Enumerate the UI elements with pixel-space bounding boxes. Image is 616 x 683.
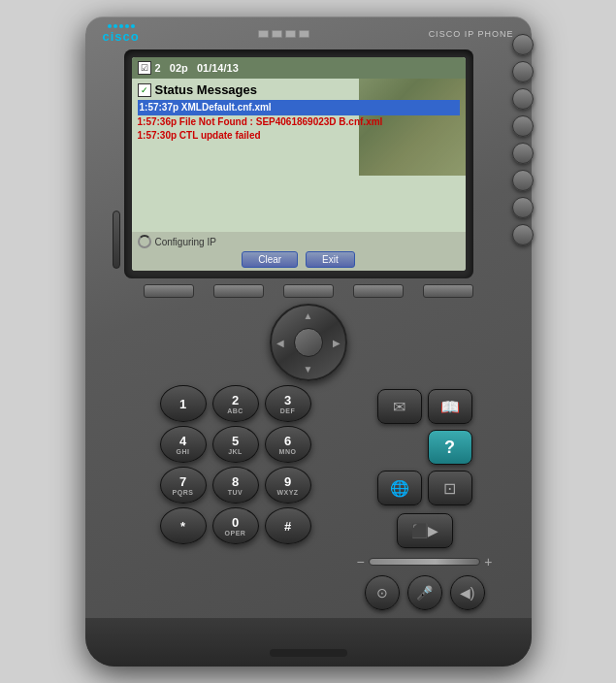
softkey-tab-5[interactable]	[423, 284, 473, 298]
right-row-3: 🌐 ⊡	[377, 471, 472, 505]
mute-button[interactable]: 🎤	[407, 575, 442, 610]
right-softkeys	[512, 34, 534, 245]
keypad-row-3: 7 PQRS 8 TUV 9 WXYZ	[124, 467, 347, 504]
status-msg-2: 1:57:36p File Not Found : SEP4061869023D…	[138, 115, 460, 129]
win-btn-3[interactable]	[285, 30, 296, 38]
screen-header: ☑ 2 02p 01/14/13	[132, 57, 466, 79]
softkey-6[interactable]	[512, 170, 534, 191]
nav-ring-area: ▲ ▼ ◀ ▶	[134, 304, 483, 381]
softkey-tab-1[interactable]	[144, 284, 194, 298]
key-7[interactable]: 7 PQRS	[160, 467, 207, 504]
cisco-text: cisco	[103, 29, 140, 44]
softkey-8[interactable]	[512, 224, 534, 245]
help-button[interactable]: ?	[428, 430, 472, 465]
video-button[interactable]: ⬛▶	[397, 513, 453, 548]
softkey-tab-2[interactable]	[213, 284, 264, 298]
softkey-7[interactable]	[512, 197, 534, 218]
dot1	[108, 24, 112, 28]
screen: ☑ 2 02p 01/14/13	[132, 57, 466, 271]
speaker-button[interactable]: ◀)	[450, 575, 485, 610]
key-star[interactable]: *	[160, 507, 207, 544]
key-1[interactable]: 1	[160, 385, 207, 422]
nav-ring[interactable]: ▲ ▼ ◀ ▶	[270, 304, 347, 381]
phone-device: cisco CISCO IP PHONE ☑ 2	[85, 16, 532, 667]
phone-brand: CISCO IP PHONE	[429, 29, 514, 39]
volume-plus[interactable]: +	[484, 554, 492, 569]
screen-status-text: Configuring IP	[155, 237, 216, 247]
key-2[interactable]: 2 ABC	[212, 385, 259, 422]
status-msg-3: 1:57:30p CTL update failed	[138, 129, 460, 143]
screen-header-left: ☑ 2 02p 01/14/13	[138, 61, 239, 75]
keypad-row-1: 1 2 ABC 3 DEF	[124, 385, 347, 422]
phone-bottom-base	[85, 618, 532, 667]
keypad-row-4: * 0 OPER #	[124, 507, 347, 544]
softkey-tab-4[interactable]	[353, 284, 404, 298]
win-btn-1[interactable]	[258, 30, 269, 38]
softkey-4[interactable]	[512, 115, 534, 137]
exit-button[interactable]: Exit	[306, 251, 355, 268]
spinner-icon	[138, 235, 151, 248]
screen-bezel: ☑ 2 02p 01/14/13	[124, 49, 473, 278]
softkey-2[interactable]	[512, 61, 534, 82]
key-8[interactable]: 8 TUV	[212, 467, 259, 504]
status-title-row: ✓ Status Messages	[138, 82, 460, 97]
volume-row: − +	[357, 554, 493, 569]
softkey-tab-3[interactable]	[283, 284, 334, 298]
status-messages-area: ✓ Status Messages 1:57:37p XMLDefault.cn…	[132, 79, 466, 146]
handset-cradle	[270, 649, 347, 657]
key-9[interactable]: 9 WXYZ	[265, 467, 311, 504]
volume-minus[interactable]: −	[357, 554, 365, 569]
nav-up-icon: ▲	[304, 310, 313, 321]
dot4	[125, 24, 129, 28]
screen-line-info: 2 02p 01/14/13	[155, 62, 239, 74]
window-controls	[258, 30, 309, 38]
key-hash[interactable]: #	[265, 507, 311, 544]
win-btn-2[interactable]	[272, 30, 282, 38]
status-check-icon: ✓	[138, 83, 151, 97]
dot2	[113, 24, 117, 28]
dot5	[131, 24, 135, 28]
volume-slider[interactable]	[369, 558, 481, 566]
right-row-2: ?	[377, 430, 472, 465]
key-0[interactable]: 0 OPER	[212, 507, 259, 544]
nav-left-icon: ◀	[276, 338, 284, 348]
headset-button[interactable]: ⊙	[365, 575, 400, 610]
screen-status-row: Configuring IP	[138, 235, 460, 248]
key-5[interactable]: 5 JKL	[212, 426, 259, 463]
cisco-logo: cisco	[103, 24, 140, 44]
clear-button[interactable]: Clear	[242, 251, 298, 268]
softkey-1[interactable]	[512, 34, 534, 55]
screen-area: ☑ 2 02p 01/14/13	[124, 49, 473, 278]
key-3[interactable]: 3 DEF	[265, 385, 311, 422]
messages-button[interactable]: ✉	[377, 389, 422, 424]
phone-main-body: 1 2 ABC 3 DEF 4 GHI 5 JKL	[124, 385, 493, 618]
key-4[interactable]: 4 GHI	[160, 426, 207, 463]
keypad-area: 1 2 ABC 3 DEF 4 GHI 5 JKL	[124, 385, 347, 618]
key-6[interactable]: 6 MNO	[265, 426, 311, 463]
nav-center-button[interactable]	[294, 328, 323, 357]
softkey-strip	[134, 280, 483, 302]
win-btn-4[interactable]	[299, 30, 309, 38]
nav-right-icon: ▶	[333, 338, 340, 348]
screen-bottom: Configuring IP Clear Exit	[132, 232, 466, 271]
keypad-row-2: 4 GHI 5 JKL 6 MNO	[124, 426, 347, 463]
softkey-3[interactable]	[512, 88, 534, 110]
contacts-button[interactable]: 📖	[428, 389, 472, 424]
globe-button[interactable]: 🌐	[377, 471, 422, 505]
right-function-buttons: ✉ 📖 ? 🌐 ⊡ ⬛▶ − + ⊙ 🎤	[357, 385, 493, 618]
status-title: Status Messages	[155, 82, 258, 97]
status-msg-1: 1:57:37p XMLDefault.cnf.xml	[138, 100, 460, 115]
softkey-5[interactable]	[512, 143, 534, 164]
right-row-1: ✉ 📖	[377, 389, 472, 424]
phone-top-bar: cisco CISCO IP PHONE	[85, 16, 532, 48]
dot3	[119, 24, 123, 28]
screen-buttons: Clear Exit	[138, 251, 460, 268]
bottom-round-buttons: ⊙ 🎤 ◀)	[365, 575, 485, 610]
left-volume-slider[interactable]	[113, 211, 120, 269]
cisco-dots	[108, 24, 135, 28]
nav-down-icon: ▼	[304, 364, 313, 374]
transfer-button[interactable]: ⊡	[428, 471, 472, 505]
line-check-icon: ☑	[138, 61, 151, 75]
